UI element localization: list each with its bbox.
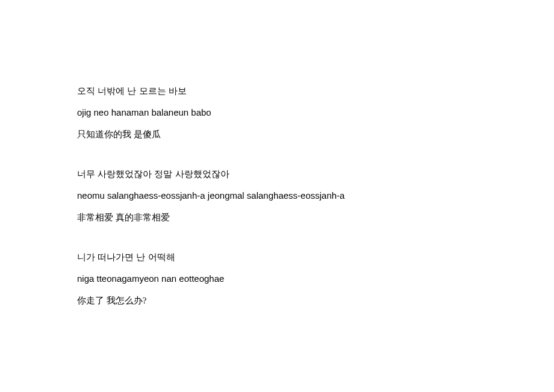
lyric-romanization: niga tteonagamyeon nan eotteoghae (77, 273, 554, 284)
lyric-stanza: 너무 사랑했었잖아 정말 사랑했었잖아 neomu salanghaess-eo… (77, 169, 554, 223)
lyric-korean: 니가 떠나가면 난 어떡해 (77, 252, 554, 263)
lyric-korean: 오직 너밖에 난 모르는 바보 (77, 86, 554, 96)
lyric-romanization: ojig neo hanaman balaneun babo (77, 107, 554, 118)
lyric-stanza: 오직 너밖에 난 모르는 바보 ojig neo hanaman balaneu… (77, 86, 554, 140)
lyric-romanization: neomu salanghaess-eossjanh-a jeongmal sa… (77, 190, 554, 201)
lyric-korean: 너무 사랑했었잖아 정말 사랑했었잖아 (77, 169, 554, 179)
lyric-chinese: 你走了 我怎么办? (77, 295, 554, 306)
lyric-chinese: 只知道你的我 是傻瓜 (77, 129, 554, 140)
lyric-stanza: 니가 떠나가면 난 어떡해 niga tteonagamyeon nan eot… (77, 252, 554, 306)
lyric-chinese: 非常相爱 真的非常相爱 (77, 212, 554, 223)
